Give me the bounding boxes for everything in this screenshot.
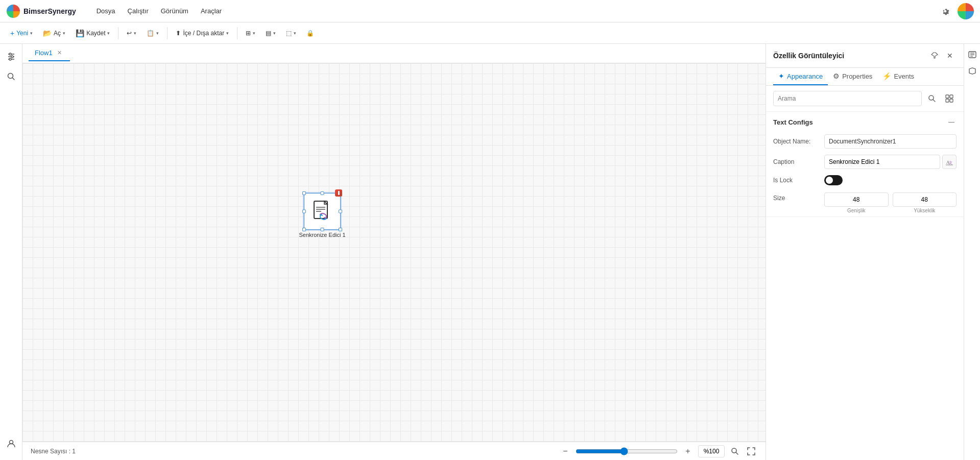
sidebar-search-icon[interactable] — [3, 68, 19, 85]
lock-button[interactable]: 🔒 — [302, 27, 318, 39]
handle-mr[interactable] — [339, 210, 342, 213]
layout-button[interactable]: ⬚ ▾ — [282, 27, 300, 39]
height-input[interactable] — [893, 192, 957, 207]
settings-button[interactable] — [938, 4, 952, 18]
menu-calistir[interactable]: Çalıştır — [123, 5, 154, 17]
menu-araclar[interactable]: Araçlar — [196, 5, 227, 17]
save-chevron: ▾ — [107, 31, 110, 36]
tab-appearance[interactable]: ✦ Appearance — [773, 68, 828, 85]
handle-bl[interactable] — [302, 228, 306, 231]
svg-rect-19 — [950, 95, 953, 98]
new-button[interactable]: + Yeni ▾ — [6, 27, 37, 40]
panel-header: Özellik Görüntüleyici ✕ — [766, 44, 964, 68]
menubar-right — [938, 3, 974, 19]
folder-icon: 📂 — [43, 29, 52, 37]
panel-nav-icon — [968, 67, 976, 75]
appearance-tab-label: Appearance — [787, 72, 823, 80]
tab-events[interactable]: ⚡ Events — [877, 68, 919, 85]
is-lock-label: Is Lock — [773, 177, 819, 184]
node-label: Senkronize Edici 1 — [299, 232, 345, 238]
view-button[interactable]: ▤ ▾ — [261, 27, 280, 39]
zoom-in-button[interactable]: + — [682, 445, 694, 457]
zoom-input[interactable] — [698, 445, 725, 457]
handle-tl[interactable] — [302, 191, 306, 195]
canvas-node[interactable]: Senkronize Edici 1 — [299, 193, 345, 238]
tab-flow1-label: Flow1 — [35, 49, 53, 57]
export-button[interactable]: ⬆ İçe / Dışa aktar ▾ — [172, 27, 233, 39]
caption-translate-button[interactable]: A 文 — [942, 155, 957, 169]
size-field: Size Genişlik Yükseklik — [766, 188, 964, 216]
panel-search-button[interactable] — [925, 91, 939, 106]
copy-chevron: ▾ — [156, 31, 159, 36]
panel-header-actions: ✕ — [928, 49, 957, 62]
tab-flow1-close[interactable]: ✕ — [56, 49, 64, 57]
section-collapse-button[interactable]: — — [946, 117, 957, 127]
save-icon: 💾 — [76, 29, 84, 37]
pin-icon — [931, 52, 938, 59]
is-lock-toggle[interactable] — [824, 175, 843, 185]
canvas-area: Flow1 ✕ — [22, 44, 766, 460]
handle-bm[interactable] — [321, 228, 324, 231]
panel-grid-view-button[interactable] — [942, 91, 957, 106]
svg-rect-20 — [946, 99, 949, 102]
open-button[interactable]: 📂 Aç ▾ — [39, 27, 69, 40]
menu-dosya[interactable]: Dosya — [91, 5, 121, 17]
undo-button[interactable]: ↩ ▾ — [123, 27, 140, 39]
svg-text:文: 文 — [949, 161, 952, 165]
export-label: İçe / Dışa aktar — [183, 30, 224, 37]
panel-content: Text Configs — Object Name: Caption — [766, 112, 964, 460]
handle-ml[interactable] — [302, 210, 306, 213]
object-name-input[interactable] — [824, 134, 957, 149]
save-button[interactable]: 💾 Kaydet ▾ — [71, 27, 114, 40]
tab-properties[interactable]: ⚙ Properties — [828, 68, 877, 85]
handle-br[interactable] — [339, 228, 342, 231]
person-icon — [7, 439, 16, 448]
zoom-out-button[interactable]: − — [559, 445, 571, 457]
open-chevron: ▾ — [63, 31, 65, 36]
sidebar-tool-icon[interactable] — [3, 48, 19, 64]
svg-line-15 — [736, 452, 738, 454]
magnify-icon — [731, 447, 739, 455]
size-inputs: Genişlik Yükseklik — [824, 192, 957, 213]
panel-tabs: ✦ Appearance ⚙ Properties ⚡ Events — [766, 68, 964, 86]
canvas-grid[interactable]: Senkronize Edici 1 — [22, 63, 766, 442]
zoom-search-icon[interactable] — [729, 445, 741, 457]
right-side-icon-2[interactable] — [966, 64, 979, 78]
left-sidebar — [0, 44, 22, 460]
save-label: Kaydet — [86, 30, 105, 37]
size-label: Size — [773, 192, 819, 202]
panel-search — [766, 86, 964, 112]
caption-input-group: A 文 — [824, 155, 957, 169]
svg-point-2 — [9, 53, 11, 55]
main-layout: Flow1 ✕ — [0, 44, 980, 460]
properties-tab-label: Properties — [842, 72, 872, 80]
width-input[interactable] — [824, 192, 889, 207]
caption-input[interactable] — [824, 155, 940, 169]
export-icon: ⬆ — [176, 30, 181, 37]
menu-gorunum[interactable]: Görünüm — [156, 5, 194, 17]
zoom-slider[interactable] — [576, 447, 678, 455]
object-count: Nesne Sayısı : 1 — [31, 448, 76, 455]
panel-list-icon — [968, 51, 976, 59]
tab-flow1[interactable]: Flow1 ✕ — [29, 46, 70, 61]
panel-close-button[interactable]: ✕ — [943, 49, 957, 62]
handle-tm[interactable] — [321, 191, 324, 195]
caption-label: Caption — [773, 158, 819, 165]
panel-search-input[interactable] — [773, 91, 922, 106]
undo-chevron: ▾ — [134, 31, 136, 36]
panel-pin-button[interactable] — [928, 49, 941, 62]
panel-title: Özellik Görüntüleyici — [773, 52, 924, 60]
node-box[interactable] — [304, 193, 341, 230]
grid-button[interactable]: ⊞ ▾ — [242, 27, 259, 39]
search-icon — [7, 72, 16, 81]
search-panel-icon — [928, 94, 936, 103]
height-label: Yükseklik — [914, 208, 935, 213]
copy-button[interactable]: 📋 ▾ — [142, 27, 163, 39]
fit-screen-icon[interactable] — [745, 445, 757, 457]
sidebar-person-icon[interactable] — [3, 435, 19, 452]
object-name-field: Object Name: — [766, 131, 964, 152]
text-configs-section: Text Configs — Object Name: Caption — [766, 112, 964, 217]
svg-line-17 — [933, 100, 935, 102]
right-side-icon-1[interactable] — [966, 48, 979, 61]
right-panel: Özellik Görüntüleyici ✕ ✦ Appearance ⚙ P… — [766, 44, 964, 460]
